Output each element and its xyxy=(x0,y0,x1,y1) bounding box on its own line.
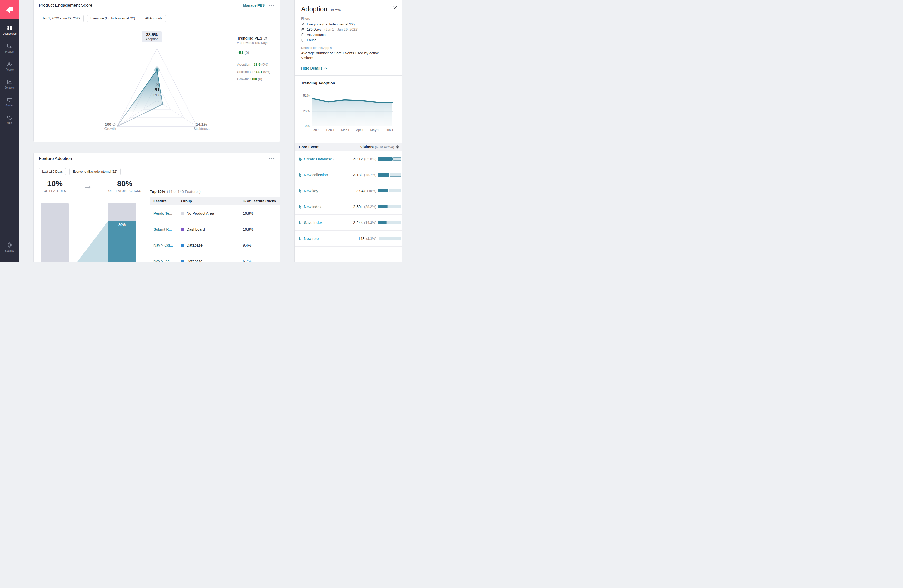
trending-adoption-title: Trending Adoption xyxy=(301,81,335,85)
filter-accounts: All Accounts xyxy=(301,32,358,38)
table-row: Nav > Col... Database 9.4% xyxy=(150,237,280,253)
date-range-pill[interactable]: Last 180 Days xyxy=(39,168,66,175)
feature-filter-pills: Last 180 Days Everyone (Exclude internal… xyxy=(39,168,123,175)
feature-link[interactable]: Nav > Col... xyxy=(150,243,181,247)
table-row: New collection 3.18k (48.7%) xyxy=(295,167,403,183)
filter-text: All Accounts xyxy=(307,33,326,37)
calendar-icon xyxy=(301,28,305,31)
hide-details-link[interactable]: Hide Details xyxy=(301,66,327,70)
accounts-pill[interactable]: All Accounts xyxy=(142,15,166,22)
filter-list: Everyone (Exclude internal '22) 180 Days… xyxy=(301,22,358,42)
sidebar-item-nps[interactable]: NPS xyxy=(0,114,19,132)
product-icon xyxy=(6,42,13,49)
x-tick: Jun 1 xyxy=(385,128,393,132)
metric-value: ↑14.1 xyxy=(254,70,262,74)
metric-label: Growth: xyxy=(237,77,249,81)
sidebar-item-label: Dashboards xyxy=(3,32,17,35)
divider xyxy=(237,59,276,59)
core-event-link[interactable]: New key xyxy=(299,189,318,193)
feature-pct: 6.7% xyxy=(242,259,280,262)
feature-link[interactable]: Submit R... xyxy=(150,227,181,231)
sort-icon[interactable] xyxy=(396,145,399,149)
metric-label: Adoption: xyxy=(237,63,251,66)
visitors-pct: (45%) xyxy=(367,189,376,193)
group-color-swatch xyxy=(181,212,184,215)
adoption-point[interactable] xyxy=(156,69,159,72)
sidebar-item-product[interactable]: Product xyxy=(0,42,19,61)
feature-link[interactable]: Pendo Te... xyxy=(150,212,181,215)
gear-icon xyxy=(6,241,13,248)
cursor-click-icon xyxy=(299,157,302,161)
trending-pes-subtitle: vs Previous 180 Days xyxy=(237,41,280,45)
pendo-dashboard: Dashboards Product People xyxy=(0,0,403,262)
visitors-pct: (2.3%) xyxy=(366,237,376,240)
feature-card-menu-icon[interactable]: ••• xyxy=(269,157,275,160)
stickiness-axis-label-group: 14.1% Stickiness xyxy=(184,122,219,130)
adoption-axis-chip[interactable]: 38.5% Adoption xyxy=(142,31,162,42)
sidebar-item-label: Product xyxy=(5,50,14,53)
core-event-link[interactable]: Create Database -... xyxy=(299,157,338,161)
feature-link[interactable]: Nav > Ind... xyxy=(150,259,181,262)
table-row: Save Index 2.24k (34.2%) xyxy=(295,215,403,230)
table-row: Pendo Te... No Product Area 16.8% xyxy=(150,205,280,221)
table-row: New role 148 (2.3%) xyxy=(295,230,403,246)
visitors-pct: (62.8%) xyxy=(364,157,376,161)
stickiness-axis-name: Stickiness xyxy=(184,127,219,130)
metric-change: (0) xyxy=(258,77,262,81)
visitors-pct: (48.7%) xyxy=(364,173,376,177)
core-event-link[interactable]: New collection xyxy=(299,173,328,177)
defined-text: Average number of Core Events used by ac… xyxy=(301,51,391,61)
pes-card-menu-icon[interactable]: ••• xyxy=(269,4,275,7)
cursor-click-icon xyxy=(299,173,302,177)
adoption-axis-label: Adoption xyxy=(145,37,158,41)
visitors-bar xyxy=(378,237,401,240)
filter-segment: Everyone (Exclude internal '22) xyxy=(301,22,358,27)
features-stat: 10% OF FEATURES xyxy=(38,179,72,193)
trending-adoption-x-axis: Jan 1 Feb 1 Mar 1 Apr 1 May 1 Jun 1 xyxy=(312,128,393,132)
hide-details-label: Hide Details xyxy=(301,66,322,70)
briefcase-icon xyxy=(301,33,305,36)
growth-axis-label-group: 100 Growth xyxy=(92,122,128,130)
table-row: Create Database -... 4.11k (62.8%) xyxy=(295,151,403,167)
arrow-right-icon xyxy=(85,185,91,190)
core-event-link[interactable]: Save Index xyxy=(299,221,322,225)
sidebar-item-label: Settings xyxy=(5,249,14,252)
sidebar-item-guides[interactable]: Guides xyxy=(0,96,19,114)
column-header-visitors-sub: (% of Active) xyxy=(375,145,394,149)
table-row: New key 2.94k (45%) xyxy=(295,183,403,199)
sidebar-item-settings[interactable]: Settings xyxy=(0,241,19,260)
feature-clicks-stat: 80% OF FEATURE CLICKS xyxy=(108,179,142,193)
group-name: Dashboard xyxy=(187,227,205,231)
cursor-click-icon xyxy=(299,205,302,209)
panel-title-value: 38.5% xyxy=(330,8,341,12)
sidebar-item-people[interactable]: People xyxy=(0,61,19,78)
filter-app: Fauna xyxy=(301,38,358,43)
sidebar-item-behavior[interactable]: Behavior xyxy=(0,78,19,96)
date-range-pill[interactable]: Jan 1, 2022 - Jun 29, 2022 xyxy=(39,15,84,22)
group-color-swatch xyxy=(181,260,184,262)
filter-date-range: 180 Days (Jan 1 - Jun 29, 2022) xyxy=(301,27,358,32)
visitors-value: 148 xyxy=(358,236,365,241)
feature-clicks-bar-fill: 80% xyxy=(108,221,136,262)
pes-card-header: Product Engagement Score Manage PES ••• xyxy=(34,0,280,11)
adoption-detail-panel: Adoption 38.5% Filters Everyone (Exclude… xyxy=(294,0,403,262)
top-features-table: Top 10%(14 of 140 Features) Feature Grou… xyxy=(150,190,280,262)
segment-pill[interactable]: Everyone (Exclude internal '22) xyxy=(87,15,138,22)
manage-pes-link[interactable]: Manage PES xyxy=(243,3,264,8)
visitors-bar xyxy=(378,173,401,177)
feature-clicks-bar-label: 80% xyxy=(108,223,136,227)
pendo-logo[interactable] xyxy=(0,0,19,19)
cursor-click-icon xyxy=(299,237,302,240)
features-stat-value: 10% xyxy=(38,179,72,188)
core-event-link[interactable]: New role xyxy=(299,237,319,241)
sidebar-item-dashboards[interactable]: Dashboards xyxy=(0,25,19,42)
core-event-link[interactable]: New index xyxy=(299,205,321,209)
feature-clicks-bar-remainder xyxy=(108,203,136,221)
group-name: No Product Area xyxy=(187,212,214,215)
table-row: Submit R... Dashboard 16.8% xyxy=(150,221,280,237)
x-tick: Mar 1 xyxy=(341,128,349,132)
cursor-click-icon xyxy=(299,189,302,193)
people-icon xyxy=(301,22,305,26)
segment-pill[interactable]: Everyone (Exclude internal '22) xyxy=(69,168,120,175)
close-icon[interactable] xyxy=(393,6,397,10)
